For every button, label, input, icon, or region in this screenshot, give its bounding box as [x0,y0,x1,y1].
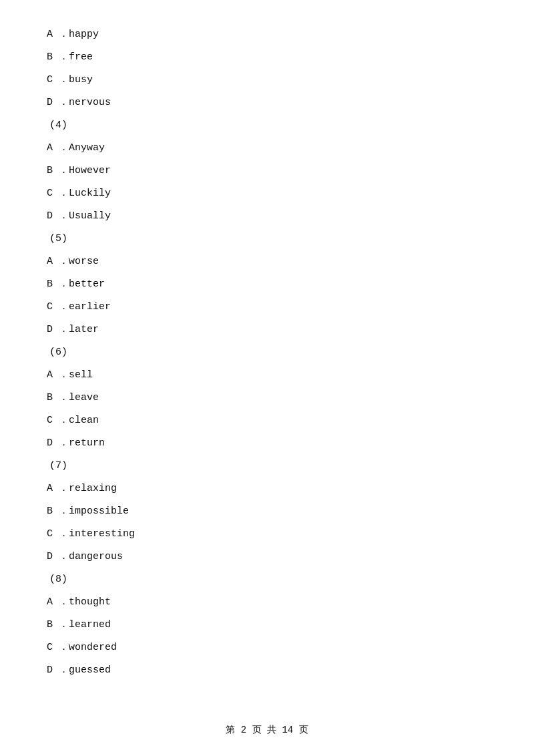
option-a-section-5: A ．thought [47,594,487,610]
option-b-section-0: B ．free [47,49,487,65]
option-a-section-4: A ．relaxing [47,481,487,497]
option-a-section-0: A ．happy [47,27,487,43]
option-a-section-3: A ．sell [47,367,487,383]
option-d-section-1: D ．Usually [47,208,487,224]
section-number-(8): (8) [47,572,487,588]
section-number-(4): (4) [47,118,487,134]
option-c-section-1: C ．Luckily [47,186,487,202]
main-content: A ．happyB ．freeC ．busyD ．nervous(4)A ．An… [0,0,534,725]
option-c-section-5: C ．wondered [47,640,487,656]
section-number-(7): (7) [47,458,487,474]
footer-text: 第 2 页 共 14 页 [226,725,308,735]
option-b-section-5: B ．learned [47,617,487,633]
option-d-section-0: D ．nervous [47,95,487,111]
option-c-section-2: C ．earlier [47,299,487,315]
option-a-section-2: A ．worse [47,254,487,270]
option-d-section-3: D ．return [47,435,487,451]
section-number-(5): (5) [47,231,487,247]
option-b-section-1: B ．However [47,163,487,179]
page-footer: 第 2 页 共 14 页 [0,724,534,736]
option-d-section-4: D ．dangerous [47,549,487,565]
option-d-section-5: D ．guessed [47,663,487,679]
option-b-section-4: B ．impossible [47,504,487,520]
option-c-section-4: C ．interesting [47,526,487,542]
option-c-section-3: C ．clean [47,413,487,429]
option-b-section-2: B ．better [47,276,487,293]
option-c-section-0: C ．busy [47,72,487,88]
option-a-section-1: A ．Anyway [47,140,487,156]
section-number-(6): (6) [47,345,487,361]
option-b-section-3: B ．leave [47,390,487,406]
option-d-section-2: D ．later [47,322,487,338]
